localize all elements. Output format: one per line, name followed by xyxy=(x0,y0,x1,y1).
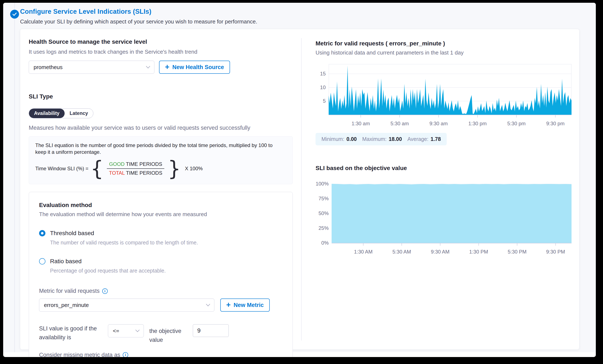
evaluation-heading: Evaluation method xyxy=(39,202,282,209)
x-tick-label: 9:30 AM xyxy=(431,249,450,255)
evaluation-subtitle: The evaluation method will determine how… xyxy=(39,211,282,218)
x-tick-label: 1:30 PM xyxy=(469,249,488,255)
metric-preview-chart: 51015 1:30 am5:30 am9:30 am1:30 pm5:30 p… xyxy=(315,64,574,128)
denominator-rest: TIME PERIODS xyxy=(125,170,162,176)
radio-selected-icon xyxy=(39,230,46,236)
x-tick-label: 9:30 PM xyxy=(546,249,565,255)
x-tick-label: 1:30 am xyxy=(351,121,370,127)
x-tick-label: 1:30 AM xyxy=(354,249,372,255)
health-source-heading: Health Source to manage the service leve… xyxy=(29,38,293,45)
sli-type-toggle: Availability Latency xyxy=(29,108,93,118)
y-tick-label: 50% xyxy=(318,211,329,216)
sli-type-heading: SLI Type xyxy=(29,93,293,100)
new-metric-button[interactable]: + New Metric xyxy=(220,298,270,312)
left-brace: { xyxy=(91,159,104,178)
metric-preview-subtitle: Using historical data and current parame… xyxy=(315,49,574,56)
y-tick-label: 100% xyxy=(316,181,329,187)
metric-selected-value: errors_per_minute xyxy=(44,302,89,308)
health-source-selected-value: prometheus xyxy=(34,64,62,70)
ratio-based-radio[interactable]: Ratio based xyxy=(39,258,282,265)
x-tick-label: 5:30 AM xyxy=(393,249,411,255)
chevron-down-icon xyxy=(146,64,150,69)
plus-icon: + xyxy=(226,301,231,309)
info-icon[interactable]: i xyxy=(102,288,108,294)
y-tick-label: 0% xyxy=(321,240,329,246)
sli-objective-heading: SLI based on the objective value xyxy=(315,165,574,172)
y-tick-label: 5 xyxy=(323,98,326,104)
page-subtitle: Calculate your SLI by defining which asp… xyxy=(20,18,257,25)
x-axis-labels: 1:30 am5:30 am9:30 am1:30 pm5:30 pm9:30 … xyxy=(329,119,571,127)
missing-data-label: Consider missing metric data as i xyxy=(39,352,282,357)
good-word: GOOD xyxy=(109,161,124,167)
x-tick-label: 9:30 am xyxy=(429,121,448,127)
chevron-down-icon xyxy=(206,302,210,306)
objective-value-label: the objective value xyxy=(149,324,187,345)
metric-stats-bar: Minimum: 0.00 Maximum: 18.00 Average: 1.… xyxy=(315,133,447,145)
right-brace: } xyxy=(168,159,181,178)
y-tick-label: 75% xyxy=(318,196,329,201)
sli-equation-formula: Time Window SLI (%) = { GOOD TIME PERIOD… xyxy=(35,160,286,178)
preview-column: Metric for valid requests ( errors_per_m… xyxy=(315,29,574,258)
evaluation-method-card: Evaluation method The evaluation method … xyxy=(29,192,293,357)
chevron-down-icon xyxy=(135,328,139,332)
sli-chart-plot xyxy=(332,184,571,246)
app-window: Configure Service Level Indicatiors (SLI… xyxy=(3,3,596,357)
new-metric-label: New Metric xyxy=(234,302,264,308)
sli-equation-box: The SLI equation is the number of good t… xyxy=(29,136,293,184)
sli-type-description: Measures how available your service was … xyxy=(29,125,293,131)
metric-preview-heading: Metric for valid requests ( errors_per_m… xyxy=(315,40,574,47)
info-icon[interactable]: i xyxy=(123,352,128,357)
sli-objective-chart: 0%25%50%75%100% 1:30 AM5:30 AM9:30 AM1:3… xyxy=(315,184,574,258)
step-connector-line xyxy=(14,3,15,352)
y-tick-label: 10 xyxy=(320,84,326,90)
operator-select[interactable]: <= xyxy=(108,324,144,337)
sli-type-option-availability[interactable]: Availability xyxy=(29,109,65,118)
sli-equation-text: The SLI equation is the number of good t… xyxy=(35,142,278,156)
x-tick-label: 5:30 PM xyxy=(508,249,527,255)
y-axis-labels: 0%25%50%75%100% xyxy=(315,184,330,258)
health-source-select[interactable]: prometheus xyxy=(29,61,154,74)
ratio-based-desc: Percentage of good requests that are acc… xyxy=(50,268,282,274)
average-value: 1.78 xyxy=(430,136,441,142)
x-axis-labels: 1:30 AM5:30 AM9:30 AM1:30 PM5:30 PM9:30 … xyxy=(332,247,571,256)
equation-lhs: Time Window SLI (%) = xyxy=(35,166,89,172)
minimum-value: 0.00 xyxy=(346,136,357,142)
plus-icon: + xyxy=(165,63,169,71)
equation-rhs: X 100% xyxy=(185,166,203,172)
threshold-based-label: Threshold based xyxy=(50,230,94,237)
minimum-label: Minimum: xyxy=(322,136,344,142)
ratio-based-label: Ratio based xyxy=(50,258,81,265)
step-complete-check-icon xyxy=(10,10,19,19)
panel-divider xyxy=(301,38,302,341)
sli-type-option-latency[interactable]: Latency xyxy=(65,109,93,118)
new-health-source-button[interactable]: + New Health Source xyxy=(159,61,230,74)
metric-chart-plot xyxy=(329,64,571,118)
page-title: Configure Service Level Indicatiors (SLI… xyxy=(20,8,257,15)
total-word: TOTAL xyxy=(109,170,125,176)
average-label: Average: xyxy=(407,136,429,142)
y-axis-labels: 51015 xyxy=(315,64,327,128)
y-tick-label: 15 xyxy=(320,71,326,77)
missing-data-label-text: Consider missing metric data as xyxy=(39,352,120,357)
metric-select[interactable]: errors_per_minute xyxy=(39,298,214,312)
metric-label-text: Metric for valid requests xyxy=(39,288,100,294)
x-tick-label: 9:30 pm xyxy=(546,121,565,127)
radio-unselected-icon xyxy=(39,258,46,265)
threshold-based-desc: The number of valid requests is compared… xyxy=(50,240,282,246)
config-column: Health Source to manage the service leve… xyxy=(29,29,293,357)
operator-selected-value: <= xyxy=(113,328,119,334)
objective-condition-label: SLI value is good if the availability is xyxy=(39,324,103,342)
maximum-label: Maximum: xyxy=(362,136,386,142)
x-tick-label: 5:30 pm xyxy=(507,121,526,127)
y-tick-label: 25% xyxy=(318,225,329,231)
objective-value-input[interactable] xyxy=(193,324,229,337)
threshold-based-radio[interactable]: Threshold based xyxy=(39,230,282,237)
metric-for-valid-requests-label: Metric for valid requests i xyxy=(39,288,282,294)
x-tick-label: 5:30 am xyxy=(391,121,409,127)
equation-fraction: GOOD TIME PERIODS TOTAL TIME PERIODS xyxy=(106,161,166,176)
sli-config-card: Health Source to manage the service leve… xyxy=(20,29,579,350)
new-health-source-label: New Health Source xyxy=(172,64,224,70)
numerator-rest: TIME PERIODS xyxy=(125,161,162,167)
x-tick-label: 1:30 pm xyxy=(468,121,487,127)
maximum-value: 18.00 xyxy=(389,136,402,142)
